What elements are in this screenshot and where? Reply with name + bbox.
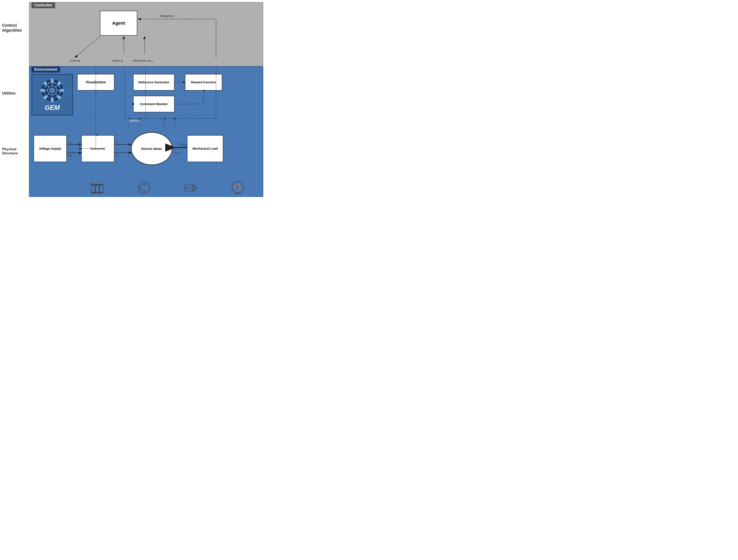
svg-text:isup: isup <box>68 141 71 144</box>
icon-row: + - <box>75 181 261 194</box>
svg-text:References s*t+1: References s*t+1 <box>133 59 153 63</box>
svg-rect-24 <box>41 89 44 92</box>
svg-text:uin: uin <box>115 153 118 157</box>
svg-text:+: + <box>101 183 102 185</box>
svg-marker-69 <box>144 184 146 185</box>
utilities-label: Utilities <box>2 91 16 96</box>
controller-label: Controller <box>31 2 55 8</box>
svg-rect-60 <box>91 192 103 193</box>
fan-icon-item <box>231 181 245 194</box>
motor-icon-item <box>182 182 199 194</box>
svg-line-68 <box>140 189 145 191</box>
main-container: Control Algorithm Utilities PhysicalStru… <box>2 2 263 197</box>
converter-icon-item <box>136 181 151 194</box>
electric-motor-box: Electric Motor <box>131 132 172 165</box>
svg-rect-23 <box>51 98 54 102</box>
gem-icon <box>40 78 65 103</box>
transistor-icon <box>136 181 151 194</box>
svg-rect-58 <box>99 185 103 192</box>
environment-label: Environment <box>31 66 60 72</box>
physical-structure-label: PhysicalStructure <box>2 147 18 156</box>
svg-text:States st: States st <box>112 59 123 63</box>
mechanical-load-box: Mechanical Load <box>187 135 223 162</box>
gem-text: GEM <box>45 104 60 111</box>
constraint-monitor-box: Constraint Monitor <box>133 96 174 112</box>
svg-text:Rewards rt: Rewards rt <box>160 14 174 18</box>
fan-icon <box>231 181 245 194</box>
svg-text:-: - <box>91 183 92 185</box>
voltage-supply-box: Voltage Supply <box>34 135 67 162</box>
svg-rect-56 <box>91 185 95 192</box>
svg-rect-57 <box>95 185 99 192</box>
svg-rect-22 <box>51 79 54 82</box>
control-algorithm-label: Control Algorithm <box>2 23 29 33</box>
svg-line-4 <box>75 37 100 57</box>
svg-point-81 <box>237 186 239 188</box>
gem-box: GEM <box>31 74 73 115</box>
converter-box: Converter <box>81 135 114 162</box>
battery-icon: + - <box>91 183 105 194</box>
reward-function-box: Reward Function <box>185 74 222 91</box>
states-mid-label: States st <box>129 119 140 123</box>
controller-arrows-svg: Rewards rt Action at States st Reference… <box>29 2 263 66</box>
svg-text:ωme, T: ωme, T <box>174 151 182 154</box>
environment-section: Environment <box>29 66 263 197</box>
svg-point-21 <box>50 88 55 93</box>
visualization-box: Visualization <box>77 74 114 91</box>
svg-text:iin: iin <box>115 141 117 144</box>
battery-icon-item: + - <box>91 183 105 194</box>
agent-label: Agent <box>112 21 125 26</box>
reference-generator-box: Reference Generator <box>133 74 174 91</box>
svg-text:usup: usup <box>68 153 72 157</box>
left-labels: Control Algorithm Utilities PhysicalStru… <box>2 2 29 197</box>
controller-section: Controller Agent Rewards rt Action at St… <box>29 2 263 66</box>
svg-text:TL(ωme): TL(ωme) <box>179 143 188 146</box>
motor-icon <box>182 182 199 194</box>
svg-rect-25 <box>60 89 64 92</box>
svg-text:Action at: Action at <box>70 59 80 63</box>
agent-box: Agent <box>100 11 137 36</box>
